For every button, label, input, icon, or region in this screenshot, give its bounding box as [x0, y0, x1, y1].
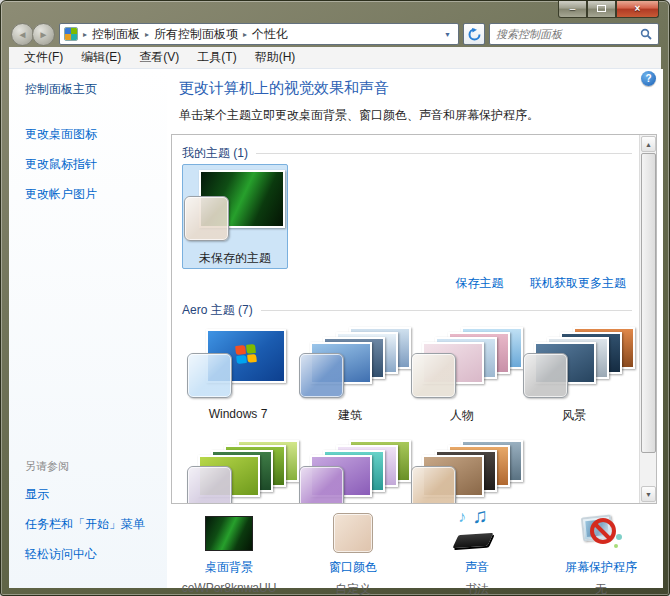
music-note-icon: ♪	[458, 508, 466, 526]
search-icon[interactable]	[640, 28, 652, 40]
theme-thumbnail	[183, 168, 287, 248]
sidebar-item-control-panel-home[interactable]: 控制面板主页	[25, 81, 167, 98]
sidebar-item-taskbar-start-menu[interactable]: 任务栏和「开始」菜单	[25, 516, 167, 533]
desktop-background-thumbnail	[205, 516, 253, 551]
theme-name: 人物	[407, 407, 517, 424]
maximize-icon	[597, 5, 606, 12]
theme-thumbnail	[410, 438, 514, 504]
sidebar-item-display[interactable]: 显示	[25, 486, 167, 503]
see-also-header: 另请参阅	[25, 459, 167, 474]
see-also-section: 另请参阅 显示 任务栏和「开始」菜单 轻松访问中心	[25, 459, 167, 576]
divider	[256, 153, 632, 154]
personalization-window: – × ◄ ► ▸ 控制面板 ▸ 所有控制面板项 ▸ 个性化 ▼	[0, 0, 670, 596]
help-icon[interactable]: ?	[641, 71, 656, 86]
window-color-preview-square	[184, 196, 229, 241]
back-icon: ◄	[18, 29, 28, 40]
menu-edit[interactable]: 编辑(E)	[74, 47, 128, 68]
sounds-label: 声音	[415, 559, 539, 576]
minimize-button[interactable]: –	[558, 1, 587, 18]
theme-changjing[interactable]: 场景	[294, 434, 406, 504]
back-button[interactable]: ◄	[11, 23, 34, 46]
menu-help[interactable]: 帮助(H)	[248, 47, 303, 68]
get-more-themes-online-link[interactable]: 联机获取更多主题	[530, 276, 626, 290]
main-content: ? 更改计算机上的视觉效果和声音 单击某个主题立即更改桌面背景、窗口颜色、声音和…	[167, 69, 663, 588]
bubble-icon	[614, 544, 618, 548]
theme-ziran[interactable]: 自然	[182, 434, 294, 504]
chevron-right-icon: ▸	[241, 30, 249, 39]
address-bar[interactable]: ▸ 控制面板 ▸ 所有控制面板项 ▸ 个性化 ▼	[59, 23, 459, 45]
sidebar-item-ease-of-access[interactable]: 轻松访问中心	[25, 546, 167, 563]
menu-file[interactable]: 文件(F)	[17, 47, 70, 68]
theme-name: Windows 7	[183, 407, 293, 421]
screensaver-value: 无	[539, 581, 663, 596]
refresh-button[interactable]	[463, 23, 485, 45]
menu-view[interactable]: 查看(V)	[132, 47, 186, 68]
screensaver-item[interactable]: 屏幕保护程序 无	[539, 508, 663, 596]
scroll-up-button[interactable]: ▲	[641, 136, 656, 152]
desktop-background-item[interactable]: 桌面背景 ceWPor8knwaUU	[167, 508, 291, 596]
breadcrumb-personalization[interactable]: 个性化	[252, 26, 288, 43]
theme-thumbnail	[410, 325, 514, 405]
theme-name: 建筑	[295, 407, 405, 424]
theme-thumbnail	[298, 438, 402, 504]
windows-flag-icon	[235, 344, 257, 364]
refresh-icon	[468, 28, 481, 41]
sounds-value: 书法	[415, 581, 539, 596]
theme-renwu[interactable]: 人物	[406, 321, 518, 426]
sidebar: 控制面板主页 更改桌面图标 更改鼠标指针 更改帐户图片 另请参阅 显示 任务栏和…	[9, 69, 167, 588]
theme-thumbnail	[298, 325, 402, 405]
maximize-button[interactable]	[587, 1, 616, 18]
music-note-icon: ♫	[472, 504, 488, 528]
sounds-item[interactable]: ♪ ♫ 声音 书法	[415, 508, 539, 596]
page-title: 更改计算机上的视觉效果和声音	[179, 79, 663, 98]
section-aero-themes-label: Aero 主题 (7)	[182, 302, 253, 319]
keyboard-icon	[452, 533, 493, 548]
panel-scrollbar[interactable]: ▲ ▼	[639, 135, 656, 503]
window-color-value: 自定义	[291, 581, 415, 596]
section-my-themes: 我的主题 (1)	[182, 145, 632, 162]
window-controls: – ×	[558, 1, 659, 18]
theme-links-row: 保存主题 联机获取更多主题	[180, 269, 632, 298]
chevron-right-icon: ▸	[81, 30, 89, 39]
aero-themes-row-1: Windows 7建筑人物风景	[180, 321, 632, 426]
screensaver-icon	[578, 512, 624, 554]
aero-themes-row-2: 自然场景中国	[180, 434, 632, 504]
control-panel-icon	[64, 27, 78, 41]
theme-jianzhu[interactable]: 建筑	[294, 321, 406, 426]
close-button[interactable]: ×	[616, 1, 659, 18]
address-dropdown-icon[interactable]: ▼	[441, 31, 454, 38]
theme-windows7[interactable]: Windows 7	[182, 321, 294, 426]
window-color-label: 窗口颜色	[291, 559, 415, 576]
window-color-item[interactable]: 窗口颜色 自定义	[291, 508, 415, 596]
window-color-preview-square	[187, 353, 232, 398]
search-box[interactable]	[489, 23, 659, 45]
title-bar[interactable]: – ×	[1, 1, 669, 21]
theme-fengjing[interactable]: 风景	[518, 321, 630, 426]
breadcrumb-all-items[interactable]: 所有控制面板项	[154, 26, 238, 43]
breadcrumb-control-panel[interactable]: 控制面板	[92, 26, 140, 43]
scroll-down-button[interactable]: ▼	[641, 486, 656, 502]
sidebar-item-change-desktop-icons[interactable]: 更改桌面图标	[25, 126, 167, 143]
forward-button[interactable]: ►	[32, 23, 55, 46]
navigation-bar: ◄ ► ▸ 控制面板 ▸ 所有控制面板项 ▸ 个性化 ▼	[1, 21, 669, 47]
sidebar-item-change-mouse-pointers[interactable]: 更改鼠标指针	[25, 156, 167, 173]
theme-zhongguo[interactable]: 中国	[406, 434, 518, 504]
window-color-preview-square	[299, 466, 344, 504]
desktop-background-label: 桌面背景	[167, 559, 291, 576]
window-color-preview-square	[299, 353, 344, 398]
sidebar-item-change-account-picture[interactable]: 更改帐户图片	[25, 186, 167, 203]
scrollbar-thumb[interactable]	[641, 153, 656, 453]
bubble-icon	[616, 534, 622, 540]
search-input[interactable]	[496, 28, 640, 40]
menu-tools[interactable]: 工具(T)	[190, 47, 243, 68]
my-themes-row: 未保存的主题	[180, 164, 632, 269]
window-color-preview-square	[523, 353, 568, 398]
theme-unsaved[interactable]: 未保存的主题	[182, 164, 288, 269]
theme-components-strip: 桌面背景 ceWPor8knwaUU 窗口颜色 自定义 ♪ ♫	[167, 508, 663, 596]
save-theme-link[interactable]: 保存主题	[456, 276, 504, 290]
section-my-themes-label: 我的主题 (1)	[182, 145, 248, 162]
window-color-preview-square	[411, 353, 456, 398]
desktop-background-value: ceWPor8knwaUU	[167, 581, 291, 595]
theme-name: 未保存的主题	[183, 250, 287, 267]
chevron-right-icon: ▸	[143, 30, 151, 39]
